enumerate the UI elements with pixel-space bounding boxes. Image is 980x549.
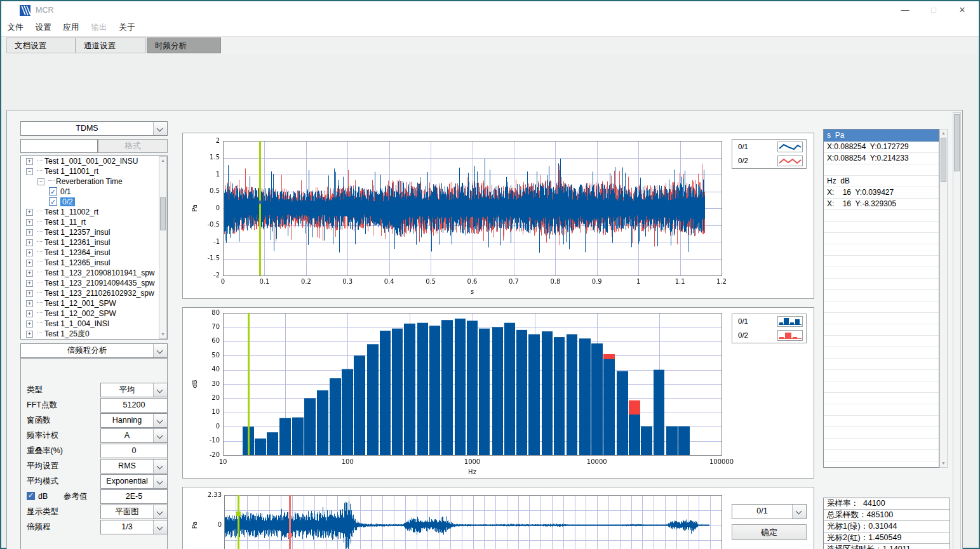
scroll-up-icon[interactable]: ▲	[940, 129, 947, 137]
reference-input[interactable]: 2E-5	[100, 489, 168, 504]
tree-item[interactable]: +Test 1_12364_insul	[21, 248, 167, 258]
main-scroll-thumb[interactable]	[954, 114, 960, 171]
field-select-3[interactable]: A	[100, 428, 168, 443]
tab-1[interactable]: 通道设置	[76, 37, 146, 53]
legend-row-0/1[interactable]: 0/1	[732, 140, 806, 154]
menu-item-0[interactable]: 文件	[1, 19, 29, 36]
tree-scrollbar[interactable]: ▲ ▼	[159, 156, 167, 339]
channel-checkbox[interactable]	[49, 197, 57, 206]
expand-icon[interactable]: +	[26, 331, 33, 338]
overview-waveform-panel	[182, 487, 814, 549]
legend-label: 0/1	[738, 143, 748, 150]
menu-item-2[interactable]: 应用	[57, 19, 85, 36]
minimize-button[interactable]: —	[891, 1, 919, 19]
expand-icon[interactable]: +	[26, 219, 33, 226]
tree-item[interactable]: +Test 1_12_001_SPW	[21, 298, 167, 308]
collapse-icon[interactable]: −	[37, 178, 44, 185]
db-checkbox[interactable]	[27, 492, 35, 500]
tree-item[interactable]: +Test 1_123_211026102932_spw	[21, 288, 167, 298]
tab-0[interactable]: 文档设置	[6, 37, 76, 53]
tree-item[interactable]: −Reverberation Time	[21, 176, 167, 187]
octave-spectrum-legend: 0/10/2	[732, 314, 807, 343]
expand-icon[interactable]: +	[26, 249, 33, 256]
chevron-down-icon[interactable]	[153, 344, 167, 357]
menu-item-1[interactable]: 设置	[29, 19, 57, 36]
chevron-down-icon[interactable]	[153, 505, 167, 519]
scroll-down-icon[interactable]: ▼	[159, 331, 166, 338]
main-scrollbar[interactable]	[953, 112, 961, 549]
close-button[interactable]: ✕	[948, 1, 976, 19]
tree-item[interactable]: 0/1	[21, 187, 167, 197]
expand-icon[interactable]: +	[26, 290, 33, 297]
cursor-list-empty-row	[824, 359, 939, 370]
menu-item-3[interactable]: 输出	[85, 19, 113, 36]
maximize-button[interactable]: □	[920, 1, 948, 19]
expand-icon[interactable]: +	[26, 300, 33, 307]
filter-input[interactable]	[20, 139, 98, 153]
expand-icon[interactable]: +	[26, 209, 33, 216]
expand-icon[interactable]: +	[26, 310, 33, 317]
format-button[interactable]: 格式	[98, 139, 168, 153]
chevron-down-icon[interactable]	[153, 520, 167, 534]
chevron-down-icon[interactable]	[153, 460, 167, 473]
channel-checkbox[interactable]	[49, 187, 57, 195]
scroll-up-icon[interactable]: ▲	[159, 157, 166, 164]
field-select-5[interactable]: RMS	[100, 459, 168, 473]
overview-waveform-chart[interactable]	[183, 487, 814, 549]
octave-spectrum-chart[interactable]	[183, 308, 814, 478]
tree-item[interactable]: +Test 1_1_004_INSI	[21, 319, 167, 329]
tree-item[interactable]: +Test 1_001_001_002_INSU	[21, 156, 167, 166]
expand-icon[interactable]: +	[26, 239, 33, 246]
channel-select[interactable]: 0/1	[732, 504, 807, 519]
tree-item[interactable]: +Test 1_12365_insul	[21, 258, 167, 268]
tree-connector	[37, 251, 43, 253]
expand-icon[interactable]: +	[26, 321, 33, 327]
chevron-down-icon[interactable]	[153, 475, 167, 488]
tree-item[interactable]: +Test 1_11_rt	[21, 217, 167, 227]
tree-item[interactable]: +Test 1_12361_insul	[21, 237, 167, 248]
field-select-8[interactable]: 平面图	[100, 505, 168, 519]
scroll-down-icon[interactable]: ▼	[940, 460, 947, 467]
analysis-type-select[interactable]: 倍频程分析	[20, 343, 168, 358]
field-select-2[interactable]: Hanning	[100, 413, 168, 428]
chevron-down-icon[interactable]	[153, 383, 167, 397]
expand-icon[interactable]: +	[26, 229, 33, 236]
collapse-icon[interactable]: −	[26, 168, 33, 175]
tree-item[interactable]: +Test 1_25度0	[21, 329, 167, 339]
tree-item[interactable]: +Test 1_12357_insul	[21, 227, 167, 237]
field-select-9[interactable]: 1/3	[100, 520, 168, 534]
legend-row-0/2[interactable]: 0/2	[732, 328, 806, 342]
tree-scroll-thumb[interactable]	[160, 197, 166, 230]
chevron-down-icon[interactable]	[153, 414, 167, 427]
chevron-down-icon[interactable]	[153, 122, 167, 135]
time-waveform-chart[interactable]	[183, 133, 814, 298]
cursor-list-scroll-thumb[interactable]	[941, 138, 946, 182]
menu-item-4[interactable]: 关于	[113, 19, 141, 36]
tab-2[interactable]: 时频分析	[147, 37, 221, 53]
field-select-0[interactable]: 平均	[100, 383, 168, 397]
expand-icon[interactable]: +	[26, 280, 33, 287]
info-row: 光标1(绿)：0.31044	[824, 521, 950, 532]
field-input-1[interactable]: 51200	[100, 398, 168, 413]
tree-connector	[37, 261, 43, 263]
tree-item[interactable]: +Test 1_12_002_SPW	[21, 308, 167, 319]
tree-item[interactable]: −Test 1_11001_rt	[21, 166, 167, 176]
cursor-list-empty-row	[824, 210, 939, 222]
tree-item[interactable]: 0/2	[21, 197, 167, 207]
tree-item[interactable]: +Test 1_123_210914094435_spw	[21, 278, 167, 288]
field-select-6[interactable]: Exponential	[100, 474, 168, 489]
legend-row-0/1[interactable]: 0/1	[732, 314, 806, 328]
cursor-list-scrollbar[interactable]: ▲ ▼	[939, 129, 948, 468]
tree-connector	[37, 221, 43, 222]
expand-icon[interactable]: +	[26, 270, 33, 277]
tree-item[interactable]: +Test 1_11002_rt	[21, 207, 167, 217]
chevron-down-icon[interactable]	[153, 429, 167, 442]
confirm-button[interactable]: 确定	[732, 524, 807, 540]
field-input-4[interactable]: 0	[100, 444, 168, 458]
expand-icon[interactable]: +	[26, 260, 33, 267]
legend-row-0/2[interactable]: 0/2	[732, 154, 806, 168]
tree-item[interactable]: +Test 1_123_210908101941_spw	[21, 268, 167, 278]
expand-icon[interactable]: +	[26, 158, 33, 165]
chevron-down-icon[interactable]	[792, 505, 806, 519]
data-source-select[interactable]: TDMS	[20, 121, 168, 136]
